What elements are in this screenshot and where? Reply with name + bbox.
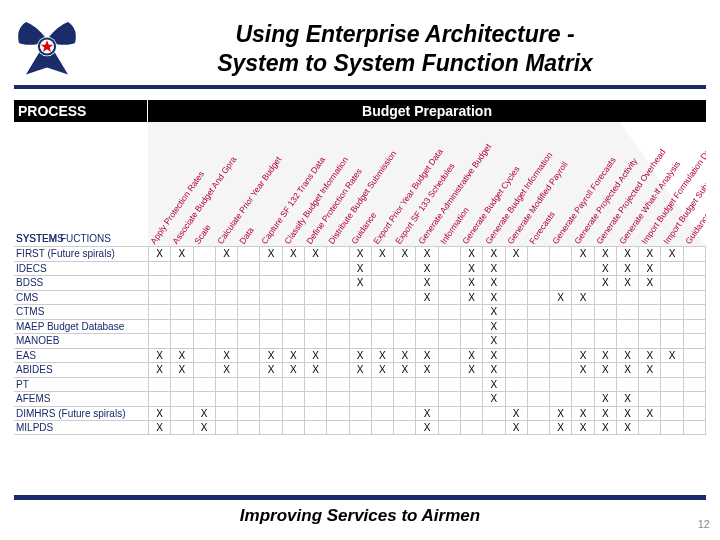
matrix-cell — [571, 262, 593, 276]
matrix-cell: X — [371, 247, 393, 261]
matrix-cell: X — [415, 363, 437, 377]
matrix-cell — [594, 291, 616, 305]
matrix-cell — [393, 276, 415, 290]
matrix-cell — [393, 392, 415, 406]
matrix-cell: X — [415, 349, 437, 363]
matrix-cell — [616, 305, 638, 319]
matrix-cell — [259, 262, 281, 276]
matrix-cell: X — [638, 349, 660, 363]
matrix-cell: X — [638, 262, 660, 276]
matrix-cell — [527, 276, 549, 290]
matrix-cell — [527, 407, 549, 421]
system-name: CMS — [14, 291, 148, 305]
matrix-cell — [371, 407, 393, 421]
matrix-cell — [304, 276, 326, 290]
page-number: 12 — [698, 518, 710, 530]
matrix-cell: X — [482, 276, 504, 290]
matrix-cell — [527, 378, 549, 392]
matrix-cell: X — [505, 247, 527, 261]
matrix-cell — [215, 378, 237, 392]
hap-arnold-wings-logo — [12, 8, 82, 78]
matrix-cell: X — [460, 349, 482, 363]
matrix-cell — [683, 378, 706, 392]
matrix-cell: X — [460, 247, 482, 261]
matrix-cell — [505, 320, 527, 334]
title-line-2: System to System Function Matrix — [217, 50, 593, 76]
matrix-cell — [393, 407, 415, 421]
matrix-cell: X — [148, 407, 170, 421]
matrix-cell — [326, 349, 348, 363]
matrix-cell — [259, 276, 281, 290]
matrix-cell — [683, 262, 706, 276]
matrix-cell — [304, 291, 326, 305]
system-name: MANOEB — [14, 334, 148, 348]
matrix-cell: X — [282, 349, 304, 363]
header-process: PROCESS — [14, 100, 148, 122]
matrix-cell — [438, 392, 460, 406]
row-cells: XXXXX — [148, 291, 706, 305]
matrix-cell: X — [170, 349, 192, 363]
matrix-cell — [527, 421, 549, 434]
matrix-cell: X — [148, 421, 170, 434]
matrix-cell — [549, 276, 571, 290]
matrix-cell — [460, 392, 482, 406]
matrix-cell: X — [415, 262, 437, 276]
matrix-cell: X — [594, 421, 616, 434]
matrix-cell: X — [549, 291, 571, 305]
matrix-cell: X — [571, 291, 593, 305]
matrix-cell: X — [304, 247, 326, 261]
matrix-cell — [415, 392, 437, 406]
matrix-cell — [148, 291, 170, 305]
matrix-cell — [237, 247, 259, 261]
matrix-cell — [148, 378, 170, 392]
matrix-cell — [594, 305, 616, 319]
matrix-cell — [527, 320, 549, 334]
matrix-cell: X — [282, 247, 304, 261]
matrix-cell — [237, 291, 259, 305]
matrix-cell — [237, 392, 259, 406]
matrix-cell — [660, 305, 682, 319]
matrix-cell — [148, 276, 170, 290]
matrix-cell — [326, 407, 348, 421]
matrix-cell: X — [349, 247, 371, 261]
slide-title: Using Enterprise Architecture - System t… — [110, 20, 700, 78]
system-name: FIRST (Future spirals) — [14, 247, 148, 261]
matrix-cell — [616, 291, 638, 305]
matrix-cell — [549, 262, 571, 276]
matrix-cell — [148, 320, 170, 334]
row-cells: XXXXXXXXXXXXXXXXX — [148, 349, 706, 363]
matrix-cell: X — [594, 349, 616, 363]
matrix-cell — [549, 392, 571, 406]
system-name: MILPDS — [14, 421, 148, 434]
row-cells: XXX — [148, 392, 706, 406]
matrix-cell: X — [482, 363, 504, 377]
matrix-cell: X — [259, 363, 281, 377]
matrix-cell — [193, 349, 215, 363]
matrix-cell — [282, 291, 304, 305]
row-cells: X — [148, 320, 706, 334]
matrix-cell: X — [482, 392, 504, 406]
matrix-cell: X — [482, 305, 504, 319]
matrix-cell — [259, 392, 281, 406]
matrix-cell — [438, 421, 460, 434]
matrix-cell: X — [349, 349, 371, 363]
matrix-cell — [393, 334, 415, 348]
matrix-cell — [193, 334, 215, 348]
matrix-cell — [193, 276, 215, 290]
matrix-cell — [304, 378, 326, 392]
matrix-cell — [505, 392, 527, 406]
matrix-cell — [438, 305, 460, 319]
matrix-cell — [660, 262, 682, 276]
matrix-cell: X — [594, 407, 616, 421]
row-cells: XXXXXXXXXXXXXXXX — [148, 363, 706, 377]
matrix-cell — [393, 320, 415, 334]
matrix-cell — [571, 276, 593, 290]
matrix-cell — [326, 247, 348, 261]
matrix-cell: X — [148, 247, 170, 261]
matrix-cell — [683, 276, 706, 290]
matrix-cell — [505, 291, 527, 305]
matrix-cell: X — [571, 421, 593, 434]
matrix-cell — [237, 407, 259, 421]
matrix-cell — [660, 407, 682, 421]
matrix-cell — [393, 305, 415, 319]
